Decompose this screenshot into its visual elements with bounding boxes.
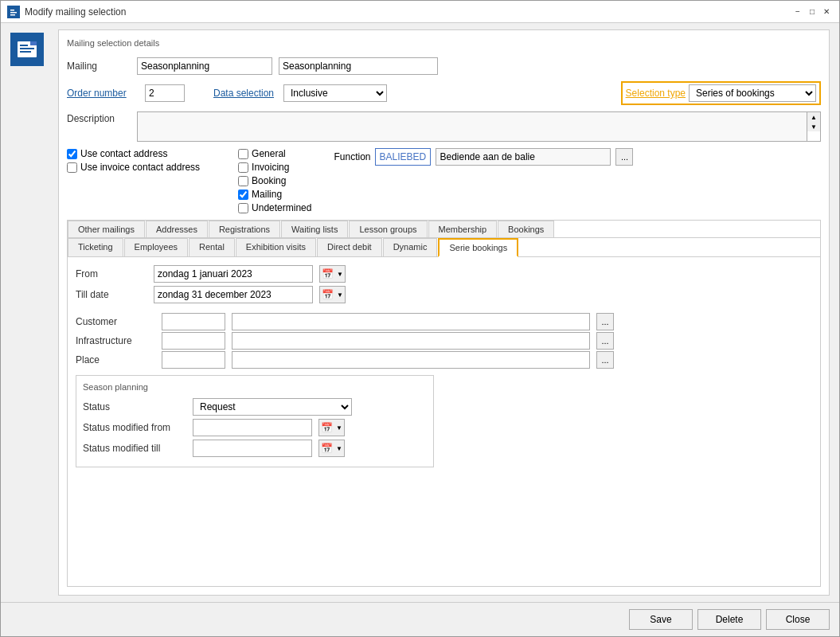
general-checkbox[interactable] — [238, 149, 248, 159]
description-scrollbar: ▲ ▼ — [807, 111, 821, 142]
tab-bookings[interactable]: Bookings — [498, 221, 554, 237]
tab-waiting-lists[interactable]: Waiting lists — [281, 221, 348, 237]
status-modified-from-row: Status modified from 📅 ▼ — [83, 419, 427, 436]
general-item: General — [238, 148, 311, 159]
function-name: Bediende aan de balie — [436, 148, 611, 166]
infrastructure-code-input[interactable] — [162, 332, 225, 350]
modified-from-date-picker[interactable]: 📅 ▼ — [318, 419, 345, 436]
tab-dynamic[interactable]: Dynamic — [383, 238, 438, 256]
selection-type-label[interactable]: Selection type — [626, 88, 686, 99]
status-dropdown[interactable]: Request Confirmed Cancelled — [193, 398, 352, 416]
tab-employees[interactable]: Employees — [124, 238, 188, 256]
customer-browse-button[interactable]: ... — [596, 313, 614, 330]
till-date-picker-button[interactable]: 📅 ▼ — [319, 286, 346, 303]
use-invoice-contact-checkbox[interactable] — [67, 162, 77, 173]
sidebar-icon — [10, 33, 44, 66]
infrastructure-browse-button[interactable]: ... — [596, 332, 614, 350]
svg-rect-2 — [10, 12, 17, 14]
mailing-input2[interactable] — [279, 57, 438, 75]
tab-rental[interactable]: Rental — [189, 238, 235, 256]
booking-checkbox[interactable] — [238, 176, 248, 186]
infrastructure-label: Infrastructure — [76, 335, 155, 346]
svg-rect-8 — [30, 41, 37, 45]
undetermined-label: Undetermined — [252, 202, 311, 213]
customer-name-input[interactable] — [232, 313, 590, 330]
status-modified-from-label: Status modified from — [83, 422, 186, 433]
checkboxes-row: Use contact address Use invoice contact … — [67, 148, 821, 213]
use-contact-address-checkbox[interactable] — [67, 149, 77, 159]
tab-ticketing[interactable]: Ticketing — [68, 238, 123, 256]
infrastructure-name-input[interactable] — [232, 332, 590, 350]
scroll-up-button[interactable]: ▲ — [807, 112, 820, 122]
status-modified-till-label: Status modified till — [83, 443, 186, 454]
svg-rect-1 — [10, 10, 14, 11]
data-selection-dropdown[interactable]: Inclusive Exclusive — [283, 84, 387, 102]
invoicing-item: Invoicing — [238, 162, 311, 173]
order-row: Order number Data selection Inclusive Ex… — [67, 81, 821, 105]
selection-type-box: Selection type Series of bookings Bookin… — [621, 81, 821, 105]
mailing-row: Mailing — [67, 57, 821, 75]
maximize-button[interactable]: □ — [806, 6, 819, 18]
invoicing-checkbox[interactable] — [238, 162, 248, 173]
data-selection-label[interactable]: Data selection — [213, 88, 277, 99]
place-row: Place ... — [76, 351, 812, 369]
general-label: General — [252, 148, 286, 159]
invoicing-label: Invoicing — [252, 162, 289, 173]
tab-lesson-groups[interactable]: Lesson groups — [349, 221, 427, 237]
place-code-input[interactable] — [162, 351, 225, 369]
use-invoice-contact-label: Use invoice contact address — [80, 162, 200, 173]
title-bar: Modify mailing selection − □ ✕ — [1, 1, 839, 23]
tab-addresses[interactable]: Addresses — [146, 221, 208, 237]
place-name-input[interactable] — [232, 351, 590, 369]
undetermined-checkbox[interactable] — [238, 203, 248, 213]
from-date-input[interactable] — [154, 265, 313, 283]
tab-exhibition-visits[interactable]: Exhibition visits — [236, 238, 316, 256]
mailing-item: Mailing — [238, 189, 311, 200]
tab-registrations[interactable]: Registrations — [209, 221, 280, 237]
modified-till-date-picker[interactable]: 📅 ▼ — [318, 440, 345, 457]
svg-rect-6 — [20, 48, 34, 49]
status-row: Status Request Confirmed Cancelled — [83, 398, 427, 416]
till-row: Till date 📅 ▼ — [76, 286, 812, 303]
use-contact-address-label: Use contact address — [80, 148, 167, 159]
customer-label: Customer — [76, 316, 155, 327]
place-label: Place — [76, 354, 155, 365]
from-row: From 📅 ▼ — [76, 265, 812, 283]
mailing-checkbox[interactable] — [238, 190, 248, 200]
close-button[interactable]: ✕ — [820, 6, 833, 18]
mailing-label: Mailing — [67, 61, 131, 72]
minimize-button[interactable]: − — [791, 6, 804, 18]
close-button[interactable]: Close — [766, 609, 830, 630]
tab-serie-bookings[interactable]: Serie bookings — [438, 238, 518, 257]
customer-code-input[interactable] — [162, 313, 225, 330]
selection-type-dropdown[interactable]: Series of bookings Bookings Registration… — [689, 84, 816, 102]
status-label: Status — [83, 401, 186, 412]
svg-rect-3 — [10, 14, 15, 16]
mailing-input1[interactable] — [137, 57, 272, 75]
order-number-input[interactable] — [145, 84, 185, 102]
from-date-picker-button[interactable]: 📅 ▼ — [319, 265, 346, 283]
season-planning-group: Season planning Status Request Confirmed… — [76, 375, 434, 467]
window-title: Modify mailing selection — [25, 6, 787, 18]
infrastructure-row: Infrastructure ... — [76, 332, 812, 350]
place-browse-button[interactable]: ... — [596, 351, 614, 369]
status-modified-till-row: Status modified till 📅 ▼ — [83, 440, 427, 457]
tab-direct-debit[interactable]: Direct debit — [317, 238, 382, 256]
description-label: Description — [67, 111, 131, 124]
tab-other-mailings[interactable]: Other mailings — [68, 221, 145, 237]
tab-content-serie-bookings: From 📅 ▼ Till date 📅 — [68, 257, 820, 586]
save-button[interactable]: Save — [629, 609, 693, 630]
description-input[interactable] — [137, 111, 807, 142]
order-number-label[interactable]: Order number — [67, 88, 139, 99]
status-modified-till-input[interactable] — [193, 440, 312, 457]
tab-row-2: Ticketing Employees Rental Exhibition vi… — [68, 238, 820, 257]
delete-button[interactable]: Delete — [697, 609, 761, 630]
customer-row: Customer ... — [76, 313, 812, 330]
from-label: From — [76, 268, 147, 279]
tab-membership[interactable]: Membership — [428, 221, 498, 237]
scroll-down-button[interactable]: ▼ — [807, 122, 820, 131]
function-browse-button[interactable]: ... — [615, 148, 633, 166]
status-modified-from-input[interactable] — [193, 419, 312, 436]
till-date-input[interactable] — [154, 286, 313, 303]
section-label: Mailing selection details — [67, 38, 821, 48]
